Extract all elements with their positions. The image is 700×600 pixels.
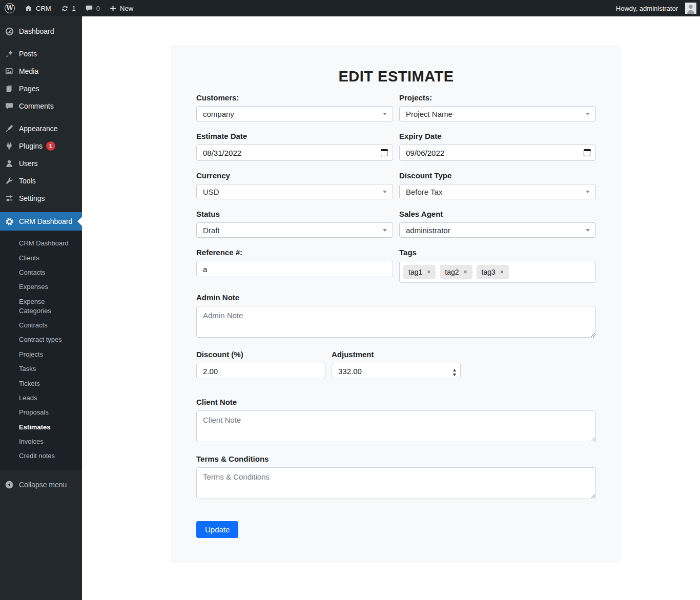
updates-menu[interactable]: 1 [56, 0, 80, 16]
tag-chip-label: tag1 [408, 268, 422, 276]
pushpin-icon [4, 49, 14, 59]
collapse-menu-label: Collapse menu [19, 481, 67, 489]
sidebar-item-plugins[interactable]: Plugins 1 [0, 137, 82, 155]
adjustment-input[interactable] [332, 363, 461, 379]
home-icon [24, 4, 33, 13]
tag-chip: tag3 × [477, 265, 509, 279]
sidebar-item-posts[interactable]: Posts [0, 45, 82, 63]
status-selected-value: Draft [203, 226, 220, 235]
tag-remove-icon[interactable]: × [500, 269, 504, 275]
media-icon [4, 66, 14, 76]
sales-agent-select[interactable]: administrator [399, 222, 596, 238]
submenu-item-tickets[interactable]: Tickets [0, 376, 82, 390]
gear-icon [4, 216, 14, 226]
customers-select[interactable]: company [196, 106, 393, 121]
terms-textarea[interactable] [196, 467, 596, 499]
avatar [685, 3, 696, 14]
submenu-item-projects[interactable]: Projects [0, 347, 82, 362]
sales-agent-label: Sales Agent [399, 210, 596, 218]
admin-top-bar: W CRM 1 0 New Howdy, administrator [0, 0, 700, 16]
wordpress-menu[interactable]: W [0, 0, 19, 16]
sidebar-item-appearance[interactable]: Appearance [0, 120, 82, 137]
admin-note-field: Admin Note [196, 293, 596, 340]
submenu-item-credit-notes[interactable]: Credit notes [0, 449, 82, 463]
submenu-item-estimates[interactable]: Estimates [0, 420, 82, 435]
submenu-item-proposals[interactable]: Proposals [0, 405, 82, 420]
submenu-item-expenses[interactable]: Expenses [0, 280, 82, 294]
sliders-icon [4, 193, 14, 203]
currency-selected-value: USD [203, 188, 219, 196]
sidebar-item-media[interactable]: Media [0, 63, 82, 80]
sidebar-item-pages[interactable]: Pages [0, 80, 82, 97]
submenu-item-crm-dashboard[interactable]: CRM Dashboard [0, 236, 82, 251]
sales-agent-field: Sales Agent administrator [399, 210, 596, 238]
submenu-item-leads[interactable]: Leads [0, 391, 82, 405]
new-label: New [120, 5, 133, 12]
status-label: Status [196, 210, 393, 218]
comments-menu[interactable]: 0 [80, 0, 105, 16]
admin-sidebar: Dashboard Posts Media Pages Comments [0, 16, 82, 600]
status-select[interactable]: Draft [196, 222, 393, 238]
discount-type-field: Discount Type Before Tax [399, 171, 596, 199]
submenu-item-invoices[interactable]: Invoices [0, 435, 82, 449]
currency-select[interactable]: USD [196, 184, 393, 199]
sidebar-item-tools[interactable]: Tools [0, 172, 82, 190]
currency-field: Currency USD [196, 171, 393, 199]
submenu-item-contract-types[interactable]: Contract types [0, 333, 82, 347]
admin-note-textarea[interactable] [196, 306, 596, 338]
estimate-date-field: Estimate Date [196, 132, 393, 161]
updates-icon [60, 4, 69, 13]
submenu-item-tasks[interactable]: Tasks [0, 362, 82, 376]
pages-icon [4, 84, 14, 94]
new-content-menu[interactable]: New [105, 0, 138, 16]
sidebar-item-settings[interactable]: Settings [0, 190, 82, 207]
sidebar-item-label: Pages [19, 85, 39, 93]
projects-select[interactable]: Project Name [399, 106, 596, 121]
comments-icon [4, 101, 14, 111]
expiry-date-field: Expiry Date [399, 132, 596, 161]
comment-bubble-icon [85, 4, 93, 12]
estimate-date-input[interactable] [196, 144, 393, 161]
crm-submenu: CRM Dashboard Clients Contacts Expenses … [0, 231, 82, 470]
update-button[interactable]: Update [196, 521, 238, 538]
terms-field: Terms & Conditions [196, 454, 596, 501]
plugins-update-badge: 1 [46, 141, 55, 151]
status-field: Status Draft [196, 210, 393, 238]
adjustment-field: Adjustment [332, 350, 461, 379]
tag-remove-icon[interactable]: × [464, 269, 467, 275]
client-note-textarea[interactable] [196, 410, 596, 442]
sidebar-item-comments[interactable]: Comments [0, 97, 82, 115]
expiry-date-input[interactable] [399, 144, 596, 161]
customers-selected-value: company [203, 110, 234, 118]
discount-field: Discount (%) [196, 350, 325, 379]
site-name-menu[interactable]: CRM [19, 0, 56, 16]
sidebar-item-label: Settings [19, 194, 45, 202]
account-menu[interactable]: Howdy, administrator [611, 0, 700, 16]
tags-input[interactable]: tag1 × tag2 × tag3 × [399, 261, 596, 283]
submenu-item-contacts[interactable]: Contacts [0, 265, 82, 280]
discount-type-select[interactable]: Before Tax [399, 184, 596, 199]
sidebar-item-dashboard[interactable]: Dashboard [0, 23, 82, 40]
submenu-item-contracts[interactable]: Contracts [0, 318, 82, 333]
estimate-date-label: Estimate Date [196, 132, 393, 140]
tag-remove-icon[interactable]: × [427, 269, 430, 275]
projects-selected-value: Project Name [406, 110, 452, 118]
discount-input[interactable] [196, 363, 325, 379]
wrench-icon [4, 176, 14, 186]
terms-label: Terms & Conditions [196, 454, 596, 463]
customers-label: Customers: [196, 93, 393, 102]
edit-estimate-card: EDIT ESTIMATE Customers: company Project… [171, 45, 621, 563]
reference-field: Reference #: [196, 248, 393, 277]
site-name-label: CRM [36, 5, 51, 12]
user-icon [4, 158, 14, 169]
submenu-item-clients[interactable]: Clients [0, 251, 82, 265]
tag-chip: tag1 × [403, 265, 436, 279]
collapse-menu-button[interactable]: Collapse menu [0, 476, 82, 493]
submenu-item-expense-categories[interactable]: Expense Categories [0, 295, 82, 318]
tag-chip-label: tag2 [445, 268, 459, 276]
sidebar-item-crm-dashboard[interactable]: CRM Dashboard [0, 212, 82, 231]
sidebar-item-users[interactable]: Users [0, 155, 82, 172]
main-content: EDIT ESTIMATE Customers: company Project… [82, 16, 700, 600]
reference-input[interactable] [196, 261, 393, 277]
tag-chip-label: tag3 [482, 268, 496, 276]
